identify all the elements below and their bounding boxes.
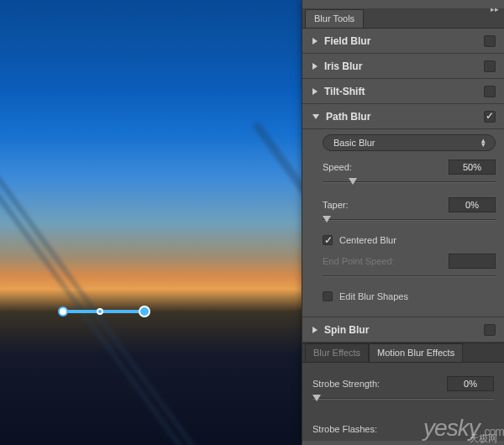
tab-blur-effects[interactable]: Blur Effects [305,343,369,362]
section-title: Path Blur [326,111,484,123]
select-arrows-icon: ▴▾ [481,139,488,147]
section-title: Tilt-Shift [324,86,484,97]
taper-slider[interactable] [323,215,496,228]
disclosure-triangle-icon [312,88,318,95]
path-blur-body: Basic Blur ▴▾ Speed: 50% Taper: 0% Cente… [302,129,504,317]
blur-tools-panel: ▸▸ Blur Tools Field Blur Iris Blur Tilt-… [302,0,504,445]
slider-track [323,219,496,220]
strobe-strength-input[interactable]: 0% [447,376,494,391]
section-title: Iris Blur [324,60,484,72]
section-title: Field Blur [324,35,484,47]
disclosure-triangle-icon [312,114,319,119]
end-point-speed-slider [323,271,496,285]
blur-mode-select[interactable]: Basic Blur ▴▾ [323,134,496,151]
enable-tilt-shift-checkbox[interactable] [484,86,496,97]
end-point-speed-input [449,254,496,269]
disclosure-triangle-icon [312,38,318,44]
panel-collapse-icon[interactable]: ▸▸ [491,5,499,13]
blur-path-endpoint-active[interactable] [139,306,150,317]
watermark-sub: 天极网 [470,432,497,445]
centered-blur-label: Centered Blur [339,235,396,245]
blur-path-endpoint[interactable] [58,306,68,317]
taper-input[interactable]: 0% [449,197,496,212]
speed-label: Speed: [323,162,449,172]
tab-motion-blur-effects[interactable]: Motion Blur Effects [369,343,463,362]
enable-field-blur-checkbox[interactable] [484,35,496,47]
blur-path-line[interactable] [63,310,147,313]
canvas-viewport[interactable] [0,0,302,445]
tab-blur-tools[interactable]: Blur Tools [305,9,364,28]
enable-spin-blur-checkbox[interactable] [484,324,496,336]
select-value: Basic Blur [333,138,481,148]
centered-blur-checkbox[interactable] [323,235,333,245]
section-tilt-shift[interactable]: Tilt-Shift [302,79,504,104]
slider-track [323,275,496,276]
section-spin-blur[interactable]: Spin Blur [302,317,504,343]
enable-path-blur-checkbox[interactable] [484,111,496,123]
slider-track [312,398,494,399]
disclosure-triangle-icon [312,327,318,333]
blur-path-midpoint[interactable] [97,308,103,315]
slider-thumb[interactable] [349,178,357,185]
speed-input[interactable]: 50% [449,160,496,175]
panel-tabbar: Blur Tools [302,8,504,29]
slider-thumb[interactable] [312,395,321,401]
edit-blur-shapes-label: Edit Blur Shapes [339,291,408,301]
strobe-strength-slider[interactable] [312,394,494,407]
section-path-blur[interactable]: Path Blur [302,104,504,129]
end-point-speed-label: End Point Speed: [323,256,449,266]
edit-blur-shapes-checkbox[interactable] [323,291,333,301]
strobe-strength-label: Strobe Strength: [312,379,447,389]
speed-slider[interactable] [323,177,496,191]
city-lights [0,277,302,445]
disclosure-triangle-icon [312,63,318,70]
section-iris-blur[interactable]: Iris Blur [302,54,504,79]
enable-iris-blur-checkbox[interactable] [484,60,496,72]
slider-thumb[interactable] [323,216,331,222]
section-field-blur[interactable]: Field Blur [302,29,504,54]
section-title: Spin Blur [324,324,484,336]
taper-label: Taper: [323,200,449,210]
